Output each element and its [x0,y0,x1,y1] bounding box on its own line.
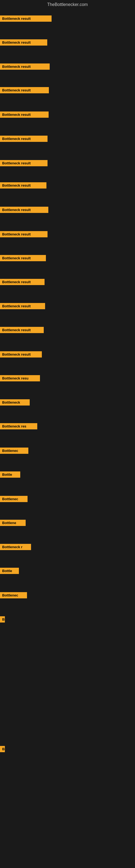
site-title: TheBottlenecker.com [0,0,135,9]
bottleneck-result-item: Bottleneck result [0,351,42,358]
bottleneck-result-item: Bottleneck result [0,63,50,70]
bottleneck-result-item: Bottle [0,471,20,478]
bottleneck-result-item: Bottleneck result [0,135,48,142]
bottleneck-result-item: Bottleneck r [0,544,31,550]
bottleneck-result-item: Bottleneck result [0,87,49,93]
bottleneck-result-item: Bottleneck result [0,39,47,45]
bottleneck-result-item: Bottleneck result [0,112,49,118]
bottleneck-result-item: Bottleneck [0,399,30,405]
bottleneck-result-item: Bottlenec [0,592,27,598]
bottleneck-result-item: Bottleneck res [0,423,37,429]
bottleneck-result-item: Bottleneck result [0,327,44,333]
bottleneck-result-item: Bottleneck result [0,255,46,261]
bottleneck-result-item: B [0,616,5,622]
bottleneck-result-item: Bottlenec [0,447,28,454]
bottleneck-result-item: Bottleneck result [0,279,45,285]
bottleneck-result-item: B [0,746,5,752]
bottleneck-result-item: Bottlenec [0,496,28,502]
bottleneck-result-item: Bottleneck result [0,303,45,309]
bottleneck-result-item: Bottleneck result [0,207,48,213]
bottleneck-result-item: Bottle [0,568,19,574]
bottleneck-result-item: Bottleneck result [0,231,48,237]
bottleneck-result-item: Bottleneck result [0,16,52,22]
bottleneck-result-item: Bottleneck result [0,160,48,166]
bottleneck-result-item: Bottleneck resu [0,375,40,381]
bottleneck-result-item: Bottlene [0,520,26,526]
bottleneck-result-item: Bottleneck result [0,182,46,188]
